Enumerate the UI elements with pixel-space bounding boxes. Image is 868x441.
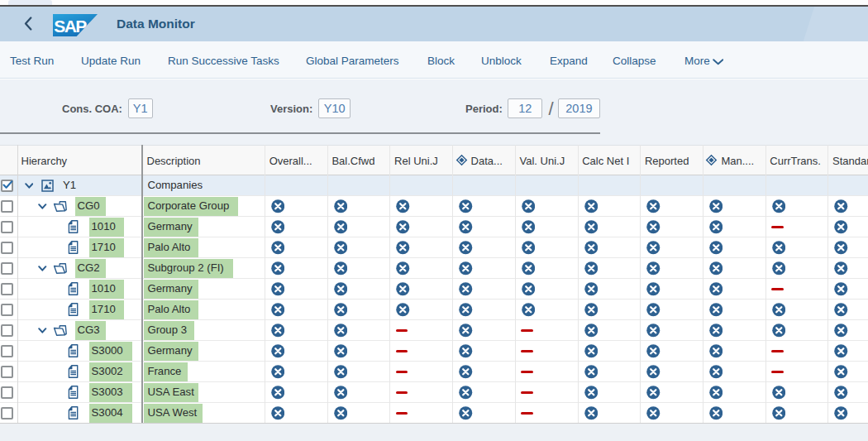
svg-text:SAP: SAP xyxy=(54,17,87,36)
